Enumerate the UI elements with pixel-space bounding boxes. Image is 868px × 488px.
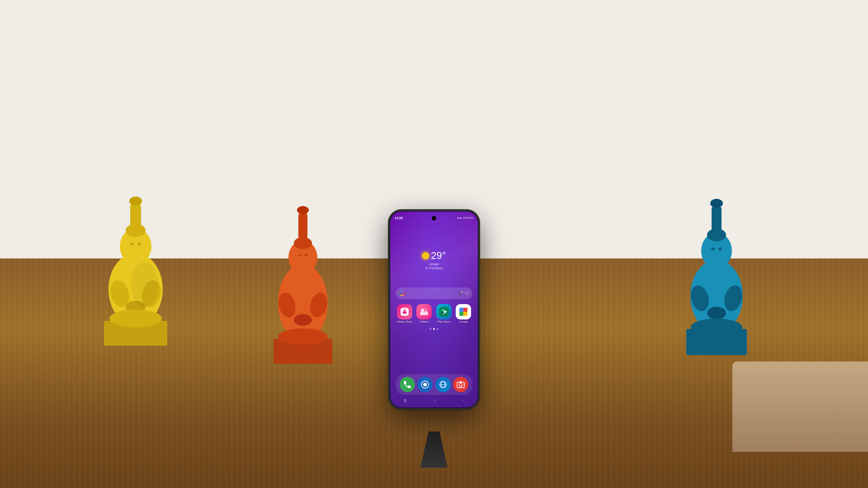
- svg-point-52: [459, 384, 462, 387]
- svg-point-34: [711, 248, 715, 250]
- weather-description: Limpo: [422, 262, 446, 266]
- svg-rect-38: [403, 311, 406, 314]
- svg-point-10: [137, 243, 141, 245]
- svg-rect-44: [459, 312, 463, 316]
- phone-stand: [420, 432, 448, 468]
- couch: [732, 361, 868, 452]
- svg-rect-45: [463, 312, 467, 316]
- home-button[interactable]: ○: [434, 398, 436, 402]
- sun-icon: [422, 252, 429, 259]
- blue-statue: [678, 176, 755, 357]
- dock-browser[interactable]: [435, 377, 451, 392]
- svg-point-5: [129, 197, 142, 206]
- svg-point-24: [278, 328, 328, 345]
- microphone-icon[interactable]: 🎤: [458, 291, 463, 296]
- lens-icon[interactable]: ⬡: [465, 291, 469, 296]
- galeria-label: Galeria: [420, 320, 429, 323]
- svg-point-18: [297, 206, 309, 214]
- svg-point-47: [423, 383, 427, 386]
- weather-temperature: 29°: [422, 250, 446, 262]
- dock-messages[interactable]: [417, 377, 434, 392]
- browser-icon: [435, 377, 451, 392]
- phone-container: 13:25 ▲▲ wifi 61% 29° Limpo ⊙ Perdizes: [389, 210, 479, 463]
- svg-rect-17: [298, 212, 307, 245]
- yellow-statue: [95, 176, 176, 348]
- app-dock: [396, 374, 472, 395]
- svg-rect-29: [712, 206, 722, 237]
- galeria-icon: [416, 304, 432, 319]
- navigation-bar: ||| ○ ‹: [390, 396, 478, 404]
- battery-text: 61%: [468, 216, 473, 219]
- galaxy-store-icon: [397, 304, 412, 319]
- svg-rect-43: [463, 308, 467, 312]
- recents-button[interactable]: |||: [404, 398, 406, 402]
- phone-app-icon: [400, 377, 415, 392]
- status-bar: 13:25 ▲▲ wifi 61%: [395, 214, 473, 221]
- dot-3: [437, 328, 439, 330]
- svg-point-35: [718, 248, 722, 250]
- svg-point-22: [298, 254, 302, 257]
- svg-point-21: [294, 314, 312, 326]
- app-item-galeria[interactable]: Galeria: [416, 304, 433, 323]
- play-store-icon: [436, 304, 452, 319]
- svg-rect-53: [459, 381, 462, 383]
- orange-statue: [267, 176, 339, 366]
- svg-point-9: [130, 243, 134, 245]
- svg-point-33: [707, 307, 726, 319]
- dot-1: [429, 328, 431, 330]
- phone-screen: 13:25 ▲▲ wifi 61% 29° Limpo ⊙ Perdizes: [390, 211, 478, 408]
- camera-icon: [453, 377, 468, 392]
- wifi-icon: wifi: [463, 216, 467, 219]
- app-item-galaxy-store[interactable]: Galaxy Store: [396, 304, 413, 323]
- google-g-icon: [399, 291, 405, 296]
- svg-point-12: [131, 262, 158, 307]
- svg-point-30: [710, 199, 723, 208]
- svg-rect-4: [130, 203, 141, 233]
- svg-rect-42: [459, 308, 463, 312]
- app-item-google[interactable]: Google: [456, 304, 472, 323]
- status-icons: ▲▲ wifi 61%: [457, 216, 473, 219]
- phone-device: 13:25 ▲▲ wifi 61% 29° Limpo ⊙ Perdizes: [389, 210, 479, 409]
- galaxy-store-label: Galaxy Store: [396, 320, 412, 323]
- play-store-label: Play Store: [438, 320, 450, 323]
- svg-point-36: [691, 319, 742, 336]
- dot-2: [433, 328, 435, 330]
- page-indicator: [429, 328, 439, 330]
- search-bar[interactable]: 🎤 ⬡: [396, 287, 472, 299]
- weather-widget: 29° Limpo ⊙ Perdizes: [422, 250, 446, 270]
- status-time: 13:25: [395, 216, 403, 220]
- svg-point-23: [305, 254, 308, 257]
- messages-icon: [417, 377, 433, 392]
- app-item-play-store[interactable]: Play Store: [436, 304, 452, 323]
- dock-camera[interactable]: [453, 377, 469, 392]
- svg-point-11: [109, 310, 162, 328]
- google-label: Google: [459, 320, 468, 323]
- dock-phone[interactable]: [399, 377, 415, 392]
- back-button[interactable]: ‹: [463, 398, 464, 402]
- google-icon: [456, 304, 471, 319]
- weather-location: ⊙ Perdizes: [422, 266, 446, 270]
- signal-icon: ▲▲: [457, 216, 462, 219]
- app-grid: Galaxy Store Galeria: [396, 304, 472, 323]
